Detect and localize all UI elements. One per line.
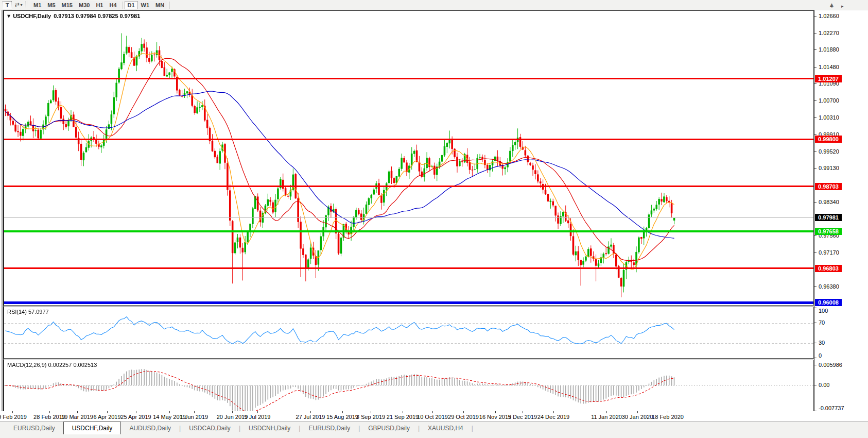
- date-axis-label: 5 Dec 2019: [508, 414, 537, 420]
- price-axis-label: 0.99130: [819, 165, 839, 171]
- date-axis-label: 6 Apr 2019: [93, 414, 120, 420]
- arrange-windows-button[interactable]: ⇄ ▾: [14, 1, 23, 9]
- date-axis-tick: [342, 411, 343, 413]
- timeframe-button-w1[interactable]: W1: [138, 1, 153, 9]
- tab-eurusd-daily[interactable]: EURUSD,Daily: [300, 422, 358, 434]
- price-line-badge: 0.97981: [815, 214, 842, 221]
- date-axis-tick: [107, 411, 108, 413]
- arrange-windows-icon: ⇄: [14, 2, 19, 8]
- date-axis-tick: [371, 411, 371, 413]
- price-axis-label: 0.99520: [819, 148, 839, 155]
- toolbar-drag-handle[interactable]: [25, 2, 27, 8]
- rsi-axis-tick: [814, 323, 817, 323]
- tab-separator: |: [472, 422, 473, 434]
- price-axis-label: 1.00310: [819, 114, 839, 121]
- price-line-badge: 0.99800: [815, 136, 842, 143]
- macd-axis-label: -0.007737: [819, 405, 844, 411]
- date-axis-label: 11 Jan 2020: [591, 414, 622, 420]
- timeframe-button-m1[interactable]: M1: [30, 1, 44, 9]
- price-axis-tick: [814, 33, 817, 33]
- toolbar-separator: [122, 2, 123, 9]
- date-axis-label: 15 Aug 2019: [326, 414, 358, 420]
- timeframe-button-m5[interactable]: M5: [44, 1, 58, 9]
- timeframe-button-h4[interactable]: H4: [106, 1, 119, 9]
- price-line-badge: 1.01207: [815, 75, 842, 82]
- macd-label: MACD(12,26,9) 0.002257 0.002513: [7, 362, 97, 368]
- date-axis-tick: [553, 411, 554, 413]
- price-axis[interactable]: 1.026601.022701.018801.014801.010901.007…: [814, 10, 868, 411]
- tab-eurusd-daily[interactable]: EURUSD,Daily: [5, 422, 63, 434]
- price-axis-label: 0.98340: [819, 199, 839, 205]
- date-axis-label: 10 Oct 2019: [417, 414, 448, 420]
- collapse-arrow-icon[interactable]: ▼: [7, 14, 10, 19]
- status-strip: [0, 434, 868, 438]
- date-axis-tick: [668, 411, 668, 413]
- macd-pane: MACD(12,26,9) 0.002257 0.002513: [4, 360, 814, 412]
- date-axis-tick: [523, 411, 523, 413]
- tab-usdchf-daily[interactable]: USDCHF,Daily: [63, 422, 121, 434]
- date-axis-tick: [49, 411, 50, 413]
- price-axis-label: 1.02270: [819, 30, 839, 36]
- timeframe-button-d1[interactable]: D1: [125, 1, 138, 9]
- tab-scroll-right-button[interactable]: ▸: [841, 4, 844, 9]
- price-axis-tick: [814, 67, 817, 68]
- price-axis-tick: [814, 49, 817, 50]
- macd-axis-tick: [814, 365, 817, 365]
- main-chart-canvas[interactable]: [4, 11, 813, 305]
- price-axis-label: 1.01480: [819, 64, 839, 70]
- timeframe-button-mn[interactable]: MN: [152, 1, 167, 9]
- date-axis-label: 18 Feb 2020: [652, 414, 684, 420]
- date-axis[interactable]: 9 Feb 201928 Feb 201919 Mar 20196 Apr 20…: [0, 411, 868, 422]
- tab-gbpusd-daily[interactable]: GBPUSD,Daily: [360, 422, 418, 434]
- tab-xauusd-h4[interactable]: XAUUSD,H4: [420, 422, 472, 434]
- macd-canvas[interactable]: [4, 360, 813, 411]
- mt4-terminal: T ⇄ ▾ M1M5M15M30H1H4D1W1MN ▲ ▼ USDCHF,Da…: [0, 0, 868, 438]
- chart-ohlc-label: 0.97913 0.97984 0.97825 0.97981: [54, 13, 140, 19]
- price-axis-tick: [814, 235, 817, 236]
- date-axis-tick: [257, 411, 258, 413]
- timeframe-button-m30[interactable]: M30: [76, 1, 93, 9]
- date-axis-label: 9 Jul 2019: [245, 414, 271, 420]
- rsi-axis-label: 100: [819, 308, 828, 314]
- rsi-axis-label: 70: [819, 319, 825, 326]
- rsi-label: RSI(14) 57.0977: [7, 309, 49, 315]
- text-tool-button[interactable]: T: [3, 1, 12, 9]
- price-axis-label: 1.01880: [819, 46, 839, 53]
- date-axis-tick: [232, 411, 233, 413]
- price-axis-label: 0.96380: [819, 283, 839, 290]
- rsi-canvas[interactable]: [4, 307, 813, 358]
- tab-audusd-daily[interactable]: AUDUSD,Daily: [121, 422, 179, 434]
- date-axis-tick: [169, 411, 170, 413]
- toolbar-separator: [169, 2, 170, 9]
- price-axis-tick: [814, 287, 817, 287]
- window-left-frame: [0, 10, 4, 434]
- tab-scroll-left-button[interactable]: ◂: [830, 4, 832, 9]
- date-axis-tick: [495, 411, 496, 413]
- macd-axis-tick: [814, 385, 817, 385]
- date-axis-tick: [606, 411, 607, 413]
- rsi-axis-label: 0: [819, 352, 822, 359]
- price-axis-label: 1.02660: [819, 13, 839, 19]
- chart-title: ▼ USDCHF,Daily 0.97913 0.97984 0.97825 0…: [7, 13, 140, 19]
- date-axis-tick: [77, 411, 78, 413]
- timeframe-button-h1[interactable]: H1: [93, 1, 106, 9]
- top-toolbar: T ⇄ ▾ M1M5M15M30H1H4D1W1MN ▲: [0, 0, 868, 10]
- tab-usdcad-daily[interactable]: USDCAD,Daily: [181, 422, 239, 434]
- date-axis-label: 25 Apr 2019: [120, 414, 151, 420]
- tab-usdcnh-daily[interactable]: USDCNH,Daily: [240, 422, 299, 434]
- date-axis-tick: [136, 411, 136, 413]
- main-chart-pane: ▼ USDCHF,Daily 0.97913 0.97984 0.97825 0…: [4, 10, 814, 306]
- timeframe-button-m15[interactable]: M15: [59, 1, 76, 9]
- price-axis-tick: [814, 100, 817, 101]
- rsi-axis-label: 30: [819, 340, 825, 346]
- chevron-down-icon: ▾: [21, 3, 23, 7]
- price-axis-tick: [814, 151, 817, 152]
- date-axis-label: 9 Feb 2019: [0, 414, 27, 420]
- date-axis-label: 27 Jul 2019: [296, 414, 325, 420]
- price-line-badge: 0.98703: [815, 183, 842, 190]
- price-axis-label: 0.97170: [819, 249, 839, 256]
- rsi-axis-tick: [814, 358, 817, 358]
- date-axis-tick: [194, 411, 195, 413]
- date-axis-tick: [463, 411, 464, 413]
- date-axis-label: 28 Feb 2019: [33, 414, 65, 420]
